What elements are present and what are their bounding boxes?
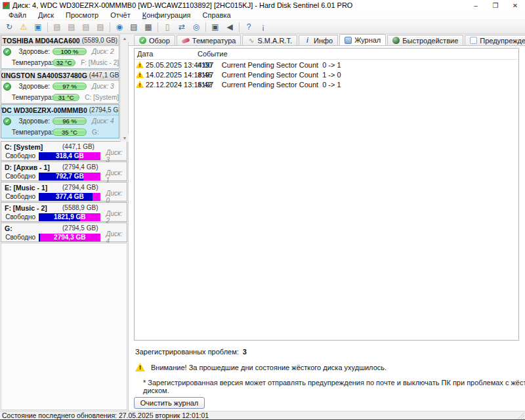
free-space-value: 1821,9 GB bbox=[39, 213, 100, 221]
partition-item-c[interactable]: C: [System] (447,1 GB) Свободно 318,4 GB… bbox=[1, 141, 127, 161]
menu-config[interactable]: Конфигурация bbox=[136, 11, 197, 19]
tab-bar: ✓ Обзор Температура ∿ S.M.A.R.T. i Инфо … bbox=[129, 34, 525, 45]
network-disk-icon[interactable]: ◉ bbox=[112, 21, 127, 33]
warning-triangle-icon: ! bbox=[135, 363, 145, 371]
toolbar-separator bbox=[47, 22, 48, 32]
smart-wave-icon: ∿ bbox=[247, 37, 255, 44]
menu-report[interactable]: Отчёт bbox=[104, 11, 136, 19]
free-space-bar: 318,4 GB bbox=[39, 152, 100, 160]
problems-count-line: Зарегистрированных проблем:3 bbox=[135, 348, 247, 356]
log-table: Дата Событие ! 25.05.2025 13:44:00 #197 … bbox=[134, 48, 519, 341]
disk-list: TOSHIBA MD04ACA600 (5589,0 GB) ✓ Здоровь… bbox=[0, 34, 128, 142]
resize-grip[interactable] bbox=[518, 412, 524, 419]
printer-icon[interactable]: ▦ bbox=[141, 21, 156, 33]
menu-view[interactable]: Просмотр bbox=[60, 11, 104, 19]
disk-item-toshiba[interactable]: TOSHIBA MD04ACA600 (5589,0 GB) ✓ Здоровь… bbox=[1, 35, 119, 69]
disk-item-wdc-selected[interactable]: WDC WD30EZRX-00MMMB0 (2794,5 GB) ✓ Здоро… bbox=[1, 104, 119, 138]
partition-disk-number: Диск: 0 bbox=[106, 190, 127, 204]
partition-size: (447,1 GB) bbox=[62, 143, 94, 150]
toolbar-separator bbox=[239, 22, 240, 32]
tab-temperature[interactable]: Температура bbox=[177, 35, 242, 45]
partition-disk-number: Диск: 2 bbox=[106, 210, 127, 224]
drive-letter: F: [Music - 2] bbox=[81, 59, 119, 66]
minimize-button[interactable]: – bbox=[466, 0, 486, 10]
partition-item-e[interactable]: E: [Music - 1] (2794,4 GB) Свободно 377,… bbox=[1, 182, 127, 201]
free-space-value: 792,7 GB bbox=[39, 173, 100, 180]
disk-size: (447,1 GB) bbox=[89, 72, 119, 79]
free-space-value: 318,4 GB bbox=[39, 152, 100, 160]
log-document-icon bbox=[345, 37, 352, 44]
scroll-up-icon[interactable]: ▲ bbox=[121, 34, 129, 42]
scroll-down-icon[interactable]: ▼ bbox=[121, 134, 129, 142]
refresh-icon[interactable]: ↻ bbox=[2, 21, 16, 33]
disk-clock-icon[interactable]: ▤ bbox=[64, 21, 79, 33]
table-row[interactable]: ! 14.02.2025 14:18:46 #197 Current Pendi… bbox=[135, 70, 518, 79]
free-label: Свободно bbox=[5, 193, 35, 200]
warning-message-line: ! Внимание! За прошедшие дни состояние ж… bbox=[135, 363, 387, 371]
disk-list-scrollbar[interactable]: ▲ ▼ bbox=[120, 34, 128, 142]
partition-item-f[interactable]: F: [Music - 2] (5588,9 GB) Свободно 1821… bbox=[1, 202, 127, 222]
disk-model: KINGSTON SA400S37480G bbox=[1, 72, 87, 79]
problems-count: 3 bbox=[243, 348, 247, 356]
free-space-value: 377,4 GB bbox=[39, 193, 100, 201]
disk-copy-icon[interactable]: ▤ bbox=[127, 21, 141, 33]
partition-name: F: [Music - 2] bbox=[5, 204, 62, 212]
menu-disk[interactable]: Диск bbox=[32, 11, 60, 19]
partition-item-g[interactable]: G: (2794,5 GB) Свободно 2794,3 GB Диск: … bbox=[1, 222, 127, 242]
clear-log-button[interactable]: Очистить журнал bbox=[134, 397, 205, 409]
partition-size: (2794,4 GB) bbox=[62, 163, 98, 171]
tab-performance[interactable]: Быстродействие bbox=[387, 35, 463, 45]
partition-item-d[interactable]: D: [Архив - 1] (2794,4 GB) Свободно 792,… bbox=[1, 161, 127, 181]
monitor-icon[interactable]: ▣ bbox=[31, 21, 45, 33]
partition-size: (5588,9 GB) bbox=[62, 204, 98, 211]
health-label: Здоровье: bbox=[12, 48, 50, 55]
tab-overview[interactable]: ✓ Обзор bbox=[134, 35, 175, 45]
maximize-button[interactable]: ❐ bbox=[486, 0, 505, 10]
disk-item-kingston[interactable]: KINGSTON SA400S37480G (447,1 GB) ✓ Здоро… bbox=[1, 70, 119, 104]
log-event: #197 Current Pending Sector Count 0 -> 1 bbox=[198, 61, 341, 69]
table-row[interactable]: ! 22.12.2024 13:15:42 #197 Current Pendi… bbox=[135, 79, 518, 89]
health-label: Здоровье: bbox=[12, 83, 50, 90]
partition-name: D: [Архив - 1] bbox=[5, 163, 62, 171]
sync-icon[interactable]: ⇄ bbox=[175, 21, 189, 33]
help-icon[interactable]: ? bbox=[242, 21, 256, 33]
close-button[interactable]: ✕ bbox=[505, 0, 525, 10]
menu-help[interactable]: Справка bbox=[197, 11, 237, 19]
monitor-off-icon[interactable]: ▣ bbox=[208, 21, 222, 33]
toolbar-separator bbox=[110, 22, 110, 32]
free-label: Свободно bbox=[5, 234, 35, 241]
disk-size: (2794,5 GB) bbox=[89, 106, 119, 114]
warning-triangle-icon: ! bbox=[136, 61, 144, 68]
free-space-bar: 792,7 GB bbox=[39, 173, 100, 180]
column-event[interactable]: Событие bbox=[198, 50, 228, 58]
partition-name: G: bbox=[5, 224, 62, 232]
tab-smart[interactable]: ∿ S.M.A.R.T. bbox=[242, 35, 297, 45]
health-ok-icon: ✓ bbox=[3, 117, 11, 125]
tab-log-active[interactable]: Журнал bbox=[339, 34, 386, 45]
overview-check-icon: ✓ bbox=[139, 37, 146, 44]
title-bar: Диск: 4, WDC WD30EZRX-00MMMB0 [WD-WCAWZ1… bbox=[0, 0, 525, 10]
disk-health-icon[interactable]: ▤ bbox=[79, 21, 93, 33]
partition-name: C: [System] bbox=[5, 143, 62, 151]
tab-alerts[interactable]: Предупреждения bbox=[465, 35, 525, 45]
info-icon[interactable]: ¡ bbox=[256, 21, 270, 33]
table-row[interactable]: ! 25.05.2025 13:44:00 #197 Current Pendi… bbox=[135, 60, 518, 70]
free-label: Свободно bbox=[5, 173, 35, 180]
speaker-icon[interactable]: ◀ bbox=[222, 21, 237, 33]
disk-search-icon[interactable]: ▤ bbox=[93, 21, 108, 33]
info-i-icon: i bbox=[304, 37, 311, 44]
menu-file[interactable]: Файл bbox=[3, 11, 32, 19]
report-doc-icon[interactable]: ▯ bbox=[160, 21, 175, 33]
column-date[interactable]: Дата bbox=[135, 50, 198, 58]
disk-detect-icon[interactable]: ▤ bbox=[50, 21, 64, 33]
registered-version-footnote: * Зарегистрированная версия может отправ… bbox=[143, 379, 525, 394]
temp-label: Температура: bbox=[12, 59, 50, 66]
surface-warning-icon[interactable]: ⚠ bbox=[16, 21, 31, 33]
free-space-bar: 2794,3 GB bbox=[39, 234, 100, 242]
temp-bar: 31 °C bbox=[52, 94, 79, 101]
tab-info[interactable]: i Инфо bbox=[299, 35, 338, 45]
disk-model: WDC WD30EZRX-00MMMB0 bbox=[1, 106, 87, 114]
network-icon[interactable]: ◎ bbox=[189, 21, 203, 33]
health-bar: 100 % bbox=[52, 48, 87, 55]
partition-name: E: [Music - 1] bbox=[5, 184, 62, 192]
